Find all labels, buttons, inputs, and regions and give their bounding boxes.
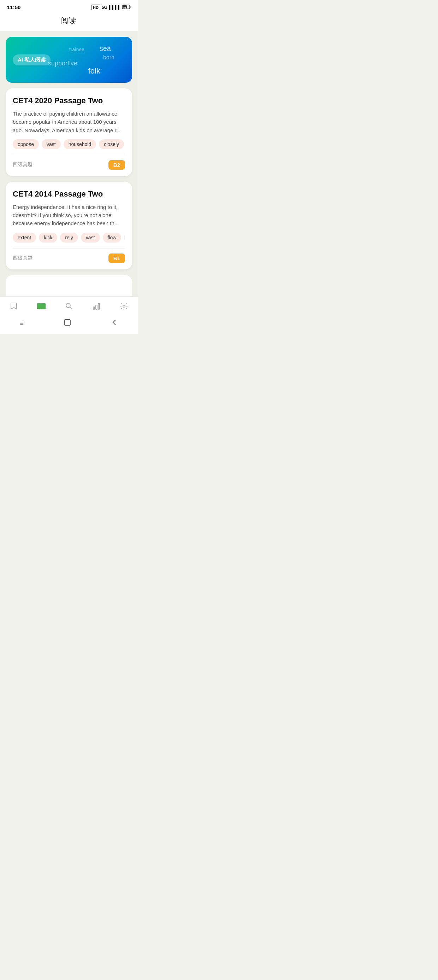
card-category-2: 四级真题: [13, 255, 32, 261]
card-footer-1: 四级真题 B2: [13, 155, 125, 170]
signal-text: 5G: [102, 5, 107, 10]
tags-row-1: oppose vast household closely shall: [13, 139, 125, 149]
svg-rect-13: [65, 320, 70, 325]
home-icon[interactable]: [63, 318, 71, 328]
tag-flow[interactable]: flow: [103, 232, 122, 242]
signal-bars: ▌▌▌▌: [109, 5, 121, 10]
nav-item-search[interactable]: [64, 302, 73, 311]
nav-item-stats[interactable]: [92, 302, 101, 311]
tag-massive[interactable]: massiv: [124, 232, 125, 242]
svg-rect-4: [37, 303, 41, 309]
card-cet4-2014[interactable]: CET4 2014 Passage Two Energy independenc…: [6, 182, 132, 269]
status-time: 11:50: [7, 4, 21, 10]
hamburger-icon[interactable]: ≡: [20, 320, 24, 327]
gear-icon: [119, 302, 129, 311]
reading-icon: [37, 302, 46, 311]
card-footer-2: 四级真题 B1: [13, 248, 125, 263]
tag-vast-1[interactable]: vast: [42, 139, 61, 149]
nav-item-settings[interactable]: [119, 302, 129, 311]
status-icons: HD 5G ▌▌▌▌ 52: [91, 5, 131, 10]
tag-extent[interactable]: extent: [13, 232, 36, 242]
battery-icon: 52: [122, 5, 131, 10]
tag-oppose[interactable]: oppose: [13, 139, 39, 149]
banner-word-born: born: [103, 54, 114, 61]
svg-point-12: [123, 305, 125, 307]
card-excerpt-2: Energy independence. It has a nice ring …: [13, 203, 125, 228]
card-excerpt-1: The practice of paying children an allow…: [13, 110, 125, 134]
svg-rect-6: [41, 303, 42, 309]
banner-word-supportive: supportive: [48, 60, 77, 67]
nav-item-bookmark[interactable]: [9, 302, 18, 311]
tags-row-2: extent kick rely vast flow massiv: [13, 232, 125, 242]
ai-banner[interactable]: AI 私人阅读 trainee sea born supportive folk: [6, 37, 132, 83]
ai-banner-label: AI 私人阅读: [13, 54, 51, 65]
svg-rect-11: [98, 303, 100, 309]
svg-rect-9: [93, 307, 95, 309]
svg-rect-1: [130, 6, 131, 8]
bottom-nav: [0, 296, 138, 314]
partial-card: [6, 275, 132, 296]
search-icon: [64, 302, 73, 311]
tag-vast-2[interactable]: vast: [81, 232, 100, 242]
tag-rely[interactable]: rely: [60, 232, 78, 242]
nav-item-reading[interactable]: [37, 302, 46, 311]
svg-rect-5: [42, 303, 46, 309]
hd-badge: HD: [91, 5, 100, 10]
tag-kick[interactable]: kick: [39, 232, 57, 242]
card-cet4-2020[interactable]: CET4 2020 Passage Two The practice of pa…: [6, 88, 132, 176]
card-title-1: CET4 2020 Passage Two: [13, 96, 125, 105]
page-title: 阅读: [0, 13, 138, 31]
banner-word-sea: sea: [100, 45, 111, 52]
stats-icon: [92, 302, 101, 311]
tag-household[interactable]: household: [63, 139, 97, 149]
svg-line-8: [70, 307, 72, 309]
svg-point-7: [66, 303, 70, 307]
status-bar: 11:50 HD 5G ▌▌▌▌ 52: [0, 0, 138, 13]
bookmark-icon: [9, 302, 18, 311]
svg-text:52: 52: [123, 6, 126, 8]
banner-word-folk: folk: [88, 67, 100, 76]
level-badge-2: B1: [108, 253, 125, 263]
system-nav: ≡: [0, 314, 138, 334]
card-category-1: 四级真题: [13, 162, 32, 168]
tag-closely[interactable]: closely: [99, 139, 124, 149]
card-title-2: CET4 2014 Passage Two: [13, 189, 125, 199]
back-icon[interactable]: [111, 319, 117, 328]
level-badge-1: B2: [108, 160, 125, 170]
banner-word-trainee: trainee: [69, 47, 84, 52]
main-content: AI 私人阅读 trainee sea born supportive folk…: [0, 31, 138, 296]
svg-rect-10: [96, 305, 97, 309]
